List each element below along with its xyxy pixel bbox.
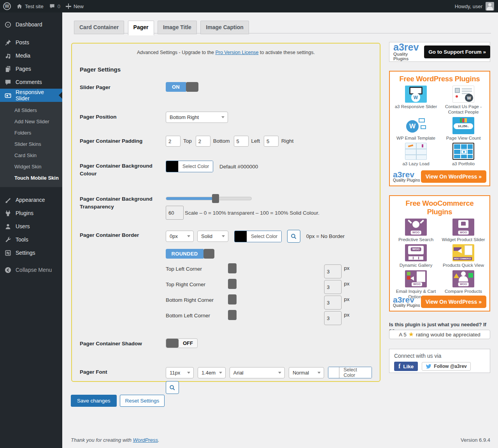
- footer-thanks: Thank you for creating with WordPress.: [71, 437, 160, 443]
- font-preview-button[interactable]: [166, 381, 179, 394]
- facebook-like-button[interactable]: f Like: [394, 362, 418, 371]
- slider-handle[interactable]: [228, 310, 237, 320]
- pin-icon: [4, 38, 12, 46]
- howdy-account[interactable]: Howdy, user: [455, 4, 482, 9]
- wordpress-link[interactable]: WordPress: [133, 437, 158, 443]
- tab-card-container[interactable]: Card Container: [74, 21, 124, 34]
- padding-bottom-suffix: Bottom: [213, 136, 230, 147]
- font-weight-select[interactable]: Normal: [289, 367, 324, 378]
- bg-colour-picker[interactable]: Select Color: [166, 161, 213, 172]
- view-on-wordpress-button[interactable]: View On WordPress »: [421, 170, 486, 183]
- plugin-a3-lazy-load[interactable]: a3 Lazy Load: [392, 143, 440, 166]
- transparency-input[interactable]: [166, 206, 184, 220]
- plugin-wp-email-template[interactable]: W WP Email Template: [392, 117, 440, 141]
- sidebar-item-dashboard[interactable]: Dashboard: [0, 18, 62, 31]
- plugin-predictive-search[interactable]: WOO Predictive Search: [392, 219, 440, 242]
- brush-icon: [4, 196, 12, 204]
- wp-email-template-icon: W: [405, 117, 427, 134]
- sidebar-item-pages[interactable]: Pages: [0, 62, 62, 75]
- plug-icon: [4, 209, 12, 217]
- line-height-select[interactable]: 1.4em: [198, 367, 226, 378]
- chevron-down-icon: [219, 372, 222, 374]
- submenu-add-new-slider[interactable]: Add New Slider: [0, 116, 62, 127]
- plugin-a3-responsive-slider[interactable]: W a3 Responsive Slider: [392, 86, 440, 115]
- submenu-all-sliders[interactable]: All Sliders: [0, 105, 62, 116]
- tab-image-caption[interactable]: Image Caption: [200, 21, 249, 34]
- padding-left-input[interactable]: [234, 136, 249, 147]
- user-avatar[interactable]: [486, 2, 494, 10]
- px-unit: px: [344, 311, 349, 318]
- slider-handle[interactable]: [228, 263, 237, 273]
- submenu-card-skin[interactable]: Card Skin: [0, 150, 62, 161]
- bottom-right-corner-input[interactable]: [324, 296, 342, 310]
- font-family-select[interactable]: Arial: [230, 367, 285, 378]
- top-right-corner-slider[interactable]: [228, 281, 229, 289]
- sidebar-item-posts[interactable]: Posts: [0, 36, 62, 49]
- plugin-dynamic-gallery[interactable]: WOO Dynamic Gallery: [392, 244, 440, 268]
- sidebar-item-users[interactable]: Users: [0, 220, 62, 233]
- padding-right-input[interactable]: [264, 136, 279, 147]
- tab-image-title[interactable]: Image Title: [158, 21, 197, 34]
- sidebar-item-settings[interactable]: Settings: [0, 246, 62, 259]
- sidebar-item-tools[interactable]: Tools: [0, 233, 62, 246]
- plugin-contact-us-page[interactable]: W Contact Us Page - Contact People: [440, 86, 487, 115]
- top-right-corner-label: Top Right Corner: [166, 280, 228, 287]
- plugin-page-view-count[interactable]: 10,250.. Page View Count: [440, 117, 487, 141]
- plugin-products-quick-view[interactable]: WOO COMMERCE Products Quick View: [440, 244, 487, 268]
- select-color-button: Select Color: [247, 231, 281, 242]
- slider-handle[interactable]: [228, 294, 237, 304]
- bottom-left-corner-slider[interactable]: [228, 312, 229, 320]
- slider-pager-toggle[interactable]: ON: [166, 82, 198, 92]
- tab-pager[interactable]: Pager: [128, 21, 154, 35]
- view-on-wordpress-button[interactable]: View On WordPress »: [421, 296, 486, 308]
- font-size-select[interactable]: 11px: [166, 367, 194, 378]
- chevron-down-icon: [222, 235, 225, 237]
- chevron-down-icon: [317, 372, 321, 374]
- shadow-toggle[interactable]: OFF: [166, 338, 198, 348]
- border-preview-button[interactable]: [287, 230, 300, 243]
- plugin-widget-product-slider[interactable]: WOO Widget Product Slider: [440, 219, 487, 242]
- magnifier-icon: [169, 385, 175, 391]
- submenu-folders[interactable]: Folders: [0, 127, 62, 138]
- plugin-a3-portfolio[interactable]: a3 Portfolio: [440, 143, 487, 166]
- border-width-select[interactable]: 0px: [166, 231, 194, 242]
- submenu-widget-skin[interactable]: Widget Skin: [0, 161, 62, 172]
- support-forum-button[interactable]: Go to Support Forum »: [424, 46, 490, 58]
- sidebar-item-media[interactable]: Media: [0, 49, 62, 62]
- border-style-select[interactable]: Solid: [197, 231, 228, 242]
- site-link[interactable]: Test site: [16, 3, 44, 9]
- sidebar-item-appearance[interactable]: Appearance: [0, 193, 62, 206]
- wordpress-menu[interactable]: W: [3, 2, 11, 10]
- border-colour-picker[interactable]: Select Color: [234, 231, 282, 242]
- slider-handle[interactable]: [228, 279, 237, 289]
- top-left-corner-input[interactable]: [324, 264, 342, 278]
- admin-sidebar: Dashboard Posts Media Pages Comments Res…: [0, 12, 62, 448]
- collapse-menu-button[interactable]: Collapse Menu: [0, 263, 62, 276]
- top-right-corner-input[interactable]: [324, 280, 342, 294]
- padding-top-input[interactable]: [166, 136, 181, 147]
- select-color-button: Select Color: [178, 161, 213, 172]
- sidebar-item-comments[interactable]: Comments: [0, 75, 62, 89]
- bottom-left-corner-input[interactable]: [324, 311, 342, 325]
- twitter-follow-button[interactable]: Follow @a3rev: [422, 362, 470, 371]
- reset-settings-button[interactable]: Reset Settings: [120, 395, 165, 407]
- top-left-corner-slider[interactable]: [228, 266, 229, 273]
- sidebar-item-responsive-slider[interactable]: Responsive Slider: [0, 89, 62, 102]
- pro-version-license-link[interactable]: Pro Version License: [215, 50, 258, 55]
- padding-bottom-input[interactable]: [196, 136, 210, 147]
- transparency-slider[interactable]: [166, 197, 252, 200]
- admin-bar: W Test site 0 New Howdy, user: [0, 0, 498, 12]
- submenu-slider-skins[interactable]: Slider Skins: [0, 138, 62, 150]
- rounded-toggle[interactable]: ROUNDED: [166, 249, 214, 259]
- rating-link[interactable]: A 5 ★ rating would be appreciated: [389, 330, 490, 339]
- submenu-touch-mobile-skin[interactable]: Touch Mobile Skin: [0, 172, 62, 184]
- slider-handle[interactable]: [212, 194, 219, 203]
- new-menu[interactable]: New: [66, 4, 84, 9]
- bottom-right-corner-slider[interactable]: [228, 297, 229, 304]
- save-changes-button[interactable]: Save changes: [71, 395, 117, 407]
- twitter-bird-icon: [426, 364, 431, 369]
- comments-shortcut[interactable]: 0: [49, 3, 60, 9]
- pager-position-select[interactable]: Bottom Right: [166, 112, 228, 123]
- sidebar-item-plugins[interactable]: Plugins: [0, 206, 62, 220]
- font-colour-picker[interactable]: Select Color: [328, 367, 372, 378]
